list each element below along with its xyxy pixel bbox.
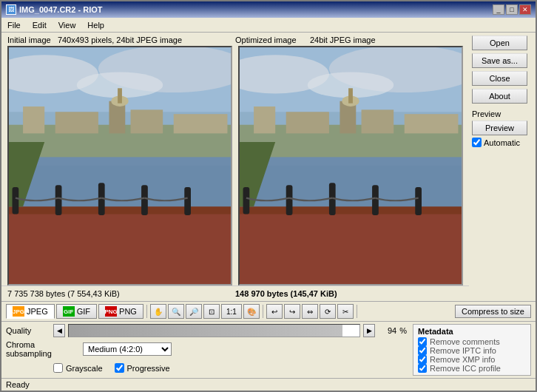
menu-help[interactable]: Help xyxy=(84,20,107,30)
tool-mirror[interactable]: ⇔ xyxy=(302,304,318,319)
title-bar: 🖼 IMG_0047.CR2 - RIOT _ □ ✕ xyxy=(1,1,536,18)
tab-gif-label: GIF xyxy=(77,307,90,316)
sep3 xyxy=(357,305,357,318)
chroma-select[interactable]: None (4:4:4) Low (4:1:1) Medium (4:2:0) … xyxy=(83,342,172,356)
metadata-box: Metadata Remove comments Remove IPTC inf… xyxy=(413,324,531,376)
optimized-image-svg xyxy=(240,47,462,284)
bottom-panel: JPG JPEG GIF GIF PNG PNG ✋ 🔍 🔎 ⊡ 1:1 🎨 ↩ xyxy=(1,301,536,378)
tool-color[interactable]: 🎨 xyxy=(243,304,260,319)
tab-png-label: PNG xyxy=(119,307,137,316)
status-bar: Ready xyxy=(1,378,536,391)
svg-marker-43 xyxy=(240,206,462,214)
open-button[interactable]: Open xyxy=(472,36,527,50)
progressive-row: Progressive xyxy=(115,363,170,373)
chroma-label: Chroma subsampling xyxy=(6,340,80,358)
menu-view[interactable]: View xyxy=(55,20,79,30)
sep1 xyxy=(146,305,147,318)
svg-rect-39 xyxy=(405,114,459,133)
initial-image-label: Initial image xyxy=(7,36,51,44)
optimized-image-box xyxy=(238,46,463,285)
metadata-item-0: Remove comments xyxy=(418,337,526,346)
gif-icon: GIF xyxy=(63,306,75,317)
tool-zoom-actual[interactable]: 1:1 xyxy=(221,304,242,319)
svg-rect-38 xyxy=(362,109,394,133)
compress-to-size-button[interactable]: Compress to size xyxy=(455,305,531,318)
tool-rotate[interactable]: ⟳ xyxy=(320,304,336,319)
minimize-button[interactable]: _ xyxy=(493,4,504,15)
progressive-label: Progressive xyxy=(127,364,170,373)
metadata-checkbox-2[interactable] xyxy=(418,355,427,364)
quality-slider[interactable] xyxy=(68,324,360,337)
metadata-label-3: Remove ICC profile xyxy=(430,364,501,373)
svg-rect-21 xyxy=(141,185,148,215)
options-row: Grayscale Progressive xyxy=(6,361,407,376)
main-window: 🖼 IMG_0047.CR2 - RIOT _ □ ✕ File Edit Vi… xyxy=(0,0,537,392)
svg-marker-15 xyxy=(9,209,231,284)
initial-image-box xyxy=(7,46,232,285)
tool-zoom-out[interactable]: 🔎 xyxy=(186,304,202,319)
tab-jpeg[interactable]: JPG JPEG xyxy=(6,304,55,319)
optimized-image-info: 24bit JPEG image xyxy=(310,36,376,44)
quality-slider-fill xyxy=(69,325,342,337)
preview-label: Preview xyxy=(472,109,533,118)
initial-image-svg xyxy=(9,47,231,284)
app-icon: 🖼 xyxy=(6,4,16,15)
initial-image-info: 740x493 pixels, 24bit JPEG image xyxy=(58,36,182,44)
tool-crop[interactable]: ✂ xyxy=(337,304,354,319)
tool-undo[interactable]: ↩ xyxy=(266,304,283,319)
close-button-sidebar[interactable]: Close xyxy=(472,71,527,86)
progressive-checkbox[interactable] xyxy=(115,363,124,373)
grayscale-row: Grayscale xyxy=(53,363,103,373)
svg-rect-14 xyxy=(118,88,122,103)
metadata-checkbox-3[interactable] xyxy=(418,364,427,373)
svg-rect-8 xyxy=(23,107,44,133)
about-button[interactable]: About xyxy=(472,89,527,104)
quality-increase-button[interactable]: ▶ xyxy=(363,324,375,337)
main-content: Initial image 740x493 pixels, 24bit JPEG… xyxy=(1,33,536,301)
svg-marker-16 xyxy=(9,206,231,214)
quality-value: 94 xyxy=(378,326,396,335)
window-controls: _ □ ✕ xyxy=(493,4,531,15)
quality-label: Quality xyxy=(6,326,50,335)
automatic-label: Automatic xyxy=(484,138,520,147)
tab-gif[interactable]: GIF GIF xyxy=(56,304,97,319)
svg-rect-22 xyxy=(184,187,191,215)
grayscale-checkbox[interactable] xyxy=(53,363,63,373)
settings-left: Quality ◀ ▶ 94 % Chroma subsampling None… xyxy=(6,324,407,376)
image-headers: Initial image 740x493 pixels, 24bit JPEG… xyxy=(1,33,469,46)
tool-fit[interactable]: ⊡ xyxy=(203,304,220,319)
tool-zoom-in[interactable]: 🔍 xyxy=(168,304,184,319)
jpeg-icon: JPG xyxy=(13,306,24,317)
grayscale-label: Grayscale xyxy=(66,364,103,373)
svg-rect-35 xyxy=(254,107,275,133)
svg-rect-12 xyxy=(174,114,228,133)
file-info-bar: 7 735 738 bytes (7 554,43 KiB) 148 970 b… xyxy=(1,285,469,301)
tab-png[interactable]: PNG PNG xyxy=(98,304,143,319)
maximize-button[interactable]: □ xyxy=(506,4,518,15)
metadata-label-1: Remove IPTC info xyxy=(430,346,496,355)
save-as-button[interactable]: Save as... xyxy=(472,53,527,68)
metadata-item-2: Remove XMP info xyxy=(418,355,526,364)
tool-redo[interactable]: ↪ xyxy=(284,304,300,319)
metadata-title: Metadata xyxy=(418,327,526,336)
automatic-checkbox[interactable] xyxy=(472,138,482,147)
svg-rect-49 xyxy=(415,187,422,215)
menu-edit[interactable]: Edit xyxy=(30,20,50,30)
initial-image-header: Initial image 740x493 pixels, 24bit JPEG… xyxy=(7,36,235,44)
svg-rect-45 xyxy=(243,187,250,214)
close-button[interactable]: ✕ xyxy=(519,4,531,15)
title-bar-left: 🖼 IMG_0047.CR2 - RIOT xyxy=(6,4,102,15)
format-tabs: JPG JPEG GIF GIF PNG PNG ✋ 🔍 🔎 ⊡ 1:1 🎨 ↩ xyxy=(1,302,536,322)
metadata-checkbox-0[interactable] xyxy=(418,337,427,346)
quality-decrease-button[interactable]: ◀ xyxy=(53,324,65,337)
metadata-item-1: Remove IPTC info xyxy=(418,346,526,355)
metadata-checkbox-1[interactable] xyxy=(418,346,427,355)
initial-file-size: 7 735 738 bytes (7 554,43 KiB) xyxy=(7,289,235,298)
preview-section: Preview Preview Automatic xyxy=(472,109,533,147)
images-container xyxy=(1,46,469,285)
tab-jpeg-label: JPEG xyxy=(27,307,48,316)
metadata-label-2: Remove XMP info xyxy=(430,355,495,364)
menu-file[interactable]: File xyxy=(4,20,24,30)
tool-hand[interactable]: ✋ xyxy=(150,304,166,319)
preview-button[interactable]: Preview xyxy=(472,121,527,135)
